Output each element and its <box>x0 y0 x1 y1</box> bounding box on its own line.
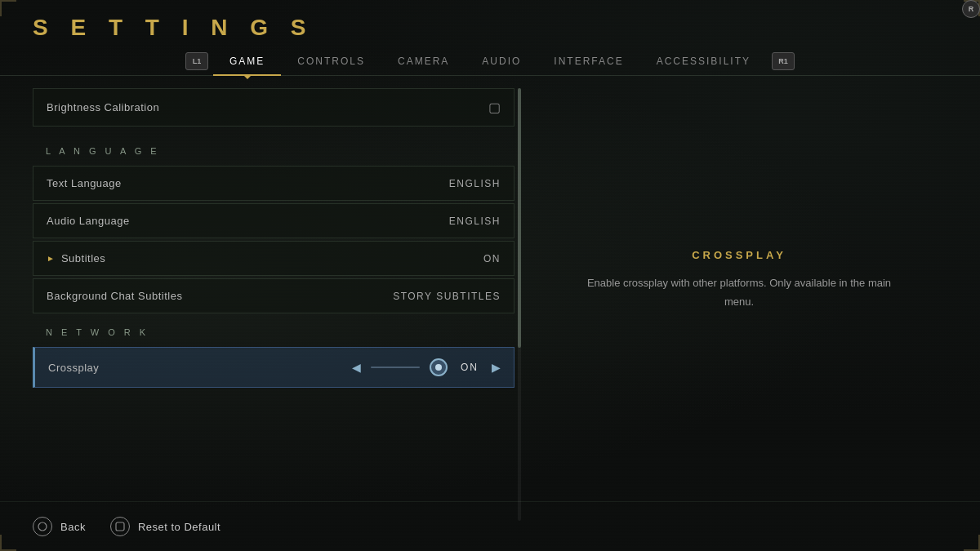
background-chat-value: STORY SUBTITLES <box>393 291 501 302</box>
toggle-indicator <box>430 358 448 376</box>
crossplay-toggle[interactable]: ◀ ON ▶ <box>352 358 501 376</box>
text-language-setting[interactable]: Text Language ENGLISH <box>33 166 514 201</box>
toggle-left-arrow-icon[interactable]: ◀ <box>352 361 361 374</box>
settings-panel: Brightness Calibration ▢ L A N G U A G E… <box>33 88 514 521</box>
audio-language-label: Audio Language <box>47 215 130 227</box>
bumper-right[interactable]: R1 <box>772 52 795 70</box>
brightness-setting[interactable]: Brightness Calibration ▢ <box>33 88 514 127</box>
tab-camera[interactable]: CAMERA <box>381 47 466 75</box>
subtitles-label: Subtitles <box>61 252 105 264</box>
back-label: Back <box>60 521 86 533</box>
subtitles-setting[interactable]: ► Subtitles ON <box>33 241 514 276</box>
reset-button[interactable]: Reset to Default <box>110 517 220 536</box>
svg-point-0 <box>38 522 47 531</box>
crossplay-label: Crossplay <box>48 362 99 374</box>
reset-label: Reset to Default <box>138 521 220 533</box>
bumper-left[interactable]: L1 <box>185 52 208 70</box>
text-language-label: Text Language <box>47 177 122 189</box>
footer: Back Reset to Default <box>0 501 980 551</box>
language-section-label: L A N G U A G E <box>46 146 160 156</box>
nav-tabs: L1 GAME CONTROLS CAMERA AUDIO INTERFACE … <box>0 47 980 76</box>
crossplay-setting[interactable]: Crossplay ◀ ON ▶ <box>33 347 514 388</box>
tab-interface[interactable]: INTERFACE <box>537 47 639 75</box>
tab-audio[interactable]: AUDIO <box>466 47 537 75</box>
crossplay-value: ON <box>457 362 482 373</box>
toggle-track <box>371 367 420 368</box>
tab-accessibility[interactable]: ACCESSIBILITY <box>640 47 767 75</box>
tab-controls[interactable]: CONTROLS <box>281 47 381 75</box>
back-button[interactable]: Back <box>33 517 86 536</box>
scrollbar-track <box>518 88 521 521</box>
background-chat-label: Background Chat Subtitles <box>47 290 182 302</box>
reset-icon <box>110 517 130 536</box>
detail-panel: R CROSSPLAY Enable crossplay with other … <box>531 88 947 521</box>
crossplay-detail-description: Enable crossplay with other platforms. O… <box>584 274 894 310</box>
network-section-header: N E T W O R K <box>33 316 514 345</box>
brightness-label: Brightness Calibration <box>47 101 159 113</box>
page-title: S E T T I N G S <box>33 15 947 41</box>
brightness-icon: ▢ <box>488 100 501 115</box>
back-icon <box>33 517 52 536</box>
audio-language-setting[interactable]: Audio Language ENGLISH <box>33 203 514 238</box>
tab-game[interactable]: GAME <box>213 47 281 75</box>
text-language-value: ENGLISH <box>449 178 501 189</box>
scrollbar-thumb[interactable] <box>518 88 521 348</box>
audio-language-value: ENGLISH <box>449 216 501 227</box>
svg-rect-1 <box>116 522 124 531</box>
r-button-indicator: R <box>962 0 980 18</box>
crossplay-detail-title: CROSSPLAY <box>692 249 786 261</box>
toggle-indicator-dot <box>435 364 442 371</box>
language-section-header: L A N G U A G E <box>33 135 514 164</box>
subtitles-value: ON <box>483 253 501 264</box>
subtitles-label-group: ► Subtitles <box>47 252 105 264</box>
background-chat-setting[interactable]: Background Chat Subtitles STORY SUBTITLE… <box>33 278 514 313</box>
network-section-label: N E T W O R K <box>46 327 149 337</box>
toggle-right-arrow-icon[interactable]: ▶ <box>492 361 501 374</box>
subtitles-arrow-icon: ► <box>47 254 55 263</box>
